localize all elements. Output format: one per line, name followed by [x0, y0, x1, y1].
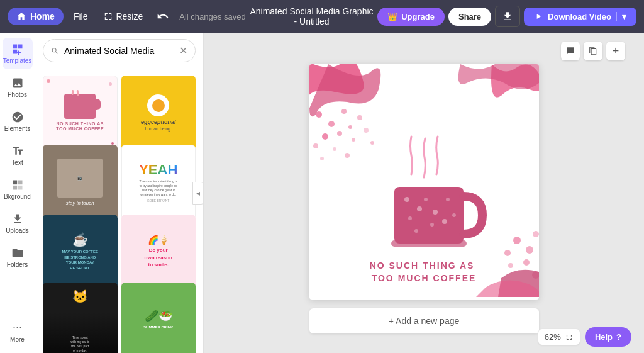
saved-status: All changes saved: [179, 12, 246, 21]
search-box: ✕: [43, 39, 196, 62]
help-question-icon: ?: [616, 332, 621, 342]
svg-point-11: [348, 125, 352, 129]
canvas-design: NO SUCH THING AS TOO MUCH COFFEE: [309, 64, 539, 297]
download-video-button[interactable]: Download Video ▾: [524, 8, 636, 26]
svg-point-28: [414, 229, 418, 233]
navbar: Home File Resize All changes saved Anima…: [0, 0, 644, 33]
svg-point-6: [328, 121, 335, 127]
templates-panel: ✕ NO SUCH THING ASTOO MUCH COFFEE: [35, 33, 204, 353]
canvas-toolbar: +: [561, 42, 625, 60]
download-chevron[interactable]: ▾: [616, 12, 626, 21]
svg-point-24: [433, 210, 438, 215]
sidebar-item-background[interactable]: Bkground: [3, 174, 33, 205]
svg-point-10: [313, 143, 318, 148]
search-clear-icon[interactable]: ✕: [179, 45, 187, 57]
page-copy-button[interactable]: [584, 42, 602, 60]
help-button[interactable]: Help ?: [585, 327, 631, 347]
template-card[interactable]: 📷 stay in touch: [43, 145, 118, 220]
text-label: Text: [11, 159, 23, 166]
share-button[interactable]: Share: [448, 8, 491, 26]
home-button[interactable]: Home: [8, 8, 64, 25]
page-add-button[interactable]: +: [606, 42, 625, 60]
svg-rect-0: [13, 181, 17, 185]
more-dots-icon: ···: [13, 321, 22, 334]
resize-button[interactable]: Resize: [97, 8, 149, 25]
svg-rect-1: [18, 181, 22, 185]
sidebar-item-folders[interactable]: Folders: [3, 242, 33, 273]
template-card[interactable]: 🌈🍦 Be yourown reasonto smile.: [121, 215, 196, 289]
add-page-button[interactable]: + Add a new page: [309, 308, 539, 333]
svg-point-37: [508, 263, 513, 268]
photos-label: Photos: [8, 91, 27, 98]
upgrade-label: Upgrade: [401, 12, 435, 21]
svg-point-26: [442, 219, 447, 224]
svg-point-5: [316, 111, 322, 118]
svg-point-14: [364, 128, 369, 133]
sidebar-item-uploads[interactable]: Uploads: [3, 208, 33, 239]
svg-point-27: [430, 223, 434, 227]
canvas-bottom-controls: 62% Help ?: [538, 327, 631, 347]
upgrade-button[interactable]: 👑 Upgrade: [377, 8, 445, 26]
svg-point-17: [345, 153, 350, 158]
folders-label: Folders: [7, 261, 28, 268]
svg-point-21: [417, 206, 422, 211]
sidebar-item-templates[interactable]: Templates: [3, 38, 33, 69]
template-grid: NO SUCH THING ASTOO MUCH COFFEE eggcepti…: [35, 69, 203, 353]
svg-rect-2: [13, 186, 17, 190]
svg-point-9: [337, 131, 342, 136]
canvas-area: +: [204, 33, 644, 353]
sidebar-item-elements[interactable]: Elements: [3, 106, 33, 137]
help-label: Help: [595, 332, 613, 342]
svg-point-22: [408, 216, 412, 220]
template-card[interactable]: 🥒🥗 summer drink: [121, 283, 196, 353]
svg-point-8: [322, 133, 328, 140]
template-card[interactable]: 🐱 Time spentwith my cat isthe best parto…: [43, 283, 118, 353]
main-area: Templates Photos Elements Text Bkground …: [0, 33, 644, 353]
svg-point-35: [523, 259, 530, 266]
sidebar-left: Templates Photos Elements Text Bkground …: [0, 33, 35, 353]
svg-rect-3: [18, 186, 22, 190]
svg-point-36: [533, 231, 539, 237]
template-card[interactable]: ☕ MAY YOUR COFFEEBE STRONG ANDYOUR MONDA…: [43, 215, 118, 289]
svg-point-23: [424, 198, 428, 201]
sidebar-item-text[interactable]: Text: [3, 140, 33, 171]
svg-point-32: [513, 237, 521, 244]
zoom-controls[interactable]: 62%: [538, 329, 580, 345]
template-card[interactable]: NO SUCH THING ASTOO MUCH COFFEE: [43, 76, 118, 150]
crown-icon: 👑: [387, 12, 397, 21]
svg-point-25: [446, 198, 450, 201]
template-card[interactable]: eggceptional human being.: [121, 76, 196, 150]
background-label: Bkground: [4, 193, 31, 200]
search-area: ✕: [35, 33, 203, 69]
page-notes-button[interactable]: [561, 42, 580, 60]
fullscreen-icon[interactable]: [565, 333, 574, 342]
uploads-label: Uploads: [6, 227, 29, 234]
sidebar-item-photos[interactable]: Photos: [3, 72, 33, 103]
search-icon: [51, 46, 59, 56]
sidebar-item-more[interactable]: ··· More: [3, 316, 33, 348]
svg-point-29: [452, 213, 456, 217]
template-card[interactable]: YEAH The most important thing isto try a…: [121, 145, 196, 220]
panel-collapse-handle[interactable]: ◂: [192, 182, 204, 205]
svg-point-7: [341, 109, 347, 114]
svg-point-15: [370, 141, 374, 145]
zoom-level: 62%: [545, 332, 561, 342]
templates-label: Templates: [3, 57, 32, 64]
download-label: Download Video: [548, 12, 611, 21]
home-label: Home: [30, 11, 55, 21]
download-icon-button[interactable]: [495, 6, 520, 27]
undo-button[interactable]: [153, 6, 173, 26]
search-input[interactable]: [64, 46, 174, 56]
canvas-wrapper: NO SUCH THING AS TOO MUCH COFFEE: [309, 64, 539, 333]
svg-point-13: [352, 138, 355, 142]
canvas-page[interactable]: NO SUCH THING AS TOO MUCH COFFEE: [309, 64, 539, 300]
file-menu[interactable]: File: [67, 8, 94, 25]
svg-point-12: [357, 115, 362, 120]
svg-point-33: [526, 246, 533, 254]
more-label: More: [10, 336, 25, 343]
svg-point-20: [404, 197, 409, 202]
document-title: Animated Social Media Graphic - Untitled: [250, 6, 374, 26]
share-label: Share: [458, 12, 481, 21]
svg-rect-30: [391, 240, 467, 247]
svg-point-16: [333, 147, 336, 151]
